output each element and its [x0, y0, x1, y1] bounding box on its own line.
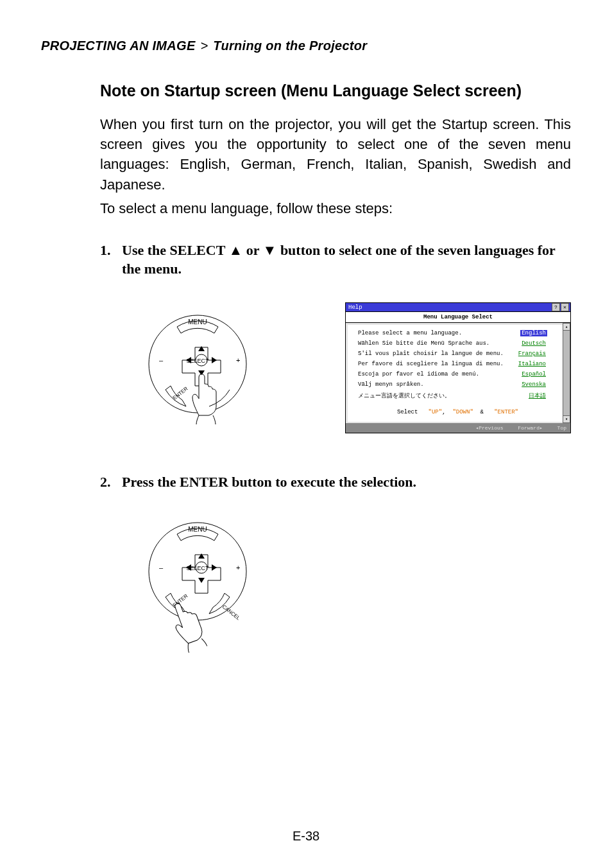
- lang-row-francais[interactable]: S'il vous plaît choisir la langue de men…: [358, 351, 557, 357]
- language-select-screen: Help ? ✕ Menu Language Select Please sel…: [345, 302, 571, 433]
- up-arrow-icon-2: [198, 553, 205, 559]
- instr-comma: ,: [442, 409, 445, 415]
- prompt-english: Please select a menu language.: [358, 330, 462, 336]
- lang-row-espanol[interactable]: Escoja por favor el idioma de menú. Espa…: [358, 371, 557, 378]
- instruction-line: Select "UP", "DOWN" & "ENTER": [358, 404, 557, 418]
- instr-select: Select: [397, 409, 418, 415]
- screen-footer: ◂Previous Forward▸ Top: [346, 423, 570, 433]
- titlebar: Help ? ✕: [346, 303, 570, 311]
- up-arrow-icon: [198, 346, 205, 351]
- breadcrumb-separator: >: [199, 39, 209, 53]
- titlebar-buttons: ? ✕: [552, 303, 569, 311]
- scroll-down-button[interactable]: ▾: [563, 415, 570, 423]
- prompt-japanese: メニュー言語を選択してください。: [358, 392, 450, 400]
- prompt-italiano: Per favore di scegliere la lingua di men…: [358, 361, 504, 367]
- menu-label: MENU: [188, 318, 207, 326]
- down-arrow-icon-2: [198, 578, 205, 583]
- lang-francais: Français: [518, 351, 557, 357]
- lang-japanese: 日本語: [529, 392, 557, 400]
- right-arrow-icon-2: [212, 564, 217, 571]
- intro-paragraph: When you first turn on the projector, yo…: [100, 114, 571, 195]
- menu-label-2: MENU: [188, 526, 207, 533]
- minus-label: –: [159, 356, 164, 364]
- lang-row-deutsch[interactable]: Wählen Sie bitte die Menü Sprache aus. D…: [358, 340, 557, 347]
- instr-amp: &: [480, 409, 484, 415]
- lang-english: English: [520, 330, 547, 336]
- titlebar-label: Help: [347, 304, 362, 311]
- step-1: 1. Use the SELECT ▲ or ▼ button to selec…: [100, 241, 571, 278]
- controller-diagram-1: MENU SELECT – + ENTER: [145, 302, 250, 444]
- lang-row-italiano[interactable]: Per favore di scegliere la lingua di men…: [358, 361, 557, 367]
- lang-deutsch: Deutsch: [522, 340, 557, 347]
- prompt-espanol: Escoja por favor el idioma de menú.: [358, 371, 479, 378]
- svg-point-2: [149, 523, 246, 620]
- breadcrumb: PROJECTING AN IMAGE > Turning on the Pro…: [41, 39, 571, 53]
- page-number: E-38: [0, 829, 612, 844]
- content: Note on Startup screen (Menu Language Se…: [41, 82, 571, 664]
- page: PROJECTING AN IMAGE > Turning on the Pro…: [0, 0, 612, 868]
- step-1-text: Use the SELECT ▲ or ▼ button to select o…: [122, 241, 571, 278]
- close-button[interactable]: ✕: [561, 303, 569, 311]
- controller-diagram-2: MENU SELECT – + ENTER CANCEL: [145, 516, 250, 664]
- step-1-number: 1.: [100, 241, 122, 278]
- prompt-francais: S'il vous plaît choisir la langue de men…: [358, 351, 504, 357]
- breadcrumb-section: PROJECTING AN IMAGE: [41, 39, 196, 53]
- lang-espanol: Español: [522, 371, 557, 378]
- lang-italiano: Italiano: [518, 361, 557, 367]
- figure-row-1: MENU SELECT – + ENTER: [100, 302, 571, 444]
- screen-subtitle: Menu Language Select: [346, 311, 570, 323]
- steps-lead: To select a menu language, follow these …: [100, 198, 571, 218]
- footer-previous[interactable]: ◂Previous: [475, 425, 503, 431]
- plus-label: +: [236, 356, 240, 364]
- breadcrumb-sub: Turning on the Projector: [213, 39, 367, 53]
- hand-icon: [192, 374, 216, 424]
- language-list: Please select a menu language. English W…: [348, 325, 563, 422]
- step-2-text: Press the ENTER button to execute the se…: [122, 473, 571, 492]
- lang-row-svenska[interactable]: Välj menyn språken. Svenska: [358, 381, 557, 388]
- lang-row-english[interactable]: Please select a menu language. English: [358, 330, 557, 336]
- step-2-number: 2.: [100, 473, 122, 492]
- section-title: Note on Startup screen (Menu Language Se…: [100, 82, 571, 100]
- lang-svenska: Svenska: [522, 381, 557, 388]
- figure-row-2: MENU SELECT – + ENTER CANCEL: [100, 516, 571, 664]
- right-arrow-icon: [212, 357, 217, 363]
- prompt-deutsch: Wählen Sie bitte die Menü Sprache aus.: [358, 340, 489, 347]
- prompt-svenska: Välj menyn språken.: [358, 381, 424, 388]
- lang-row-japanese[interactable]: メニュー言語を選択してください。 日本語: [358, 392, 557, 400]
- scroll-track[interactable]: [563, 331, 570, 415]
- step-2: 2. Press the ENTER button to execute the…: [100, 473, 571, 492]
- footer-forward[interactable]: Forward▸: [518, 425, 542, 431]
- help-button[interactable]: ?: [552, 303, 560, 311]
- plus-label-2: +: [236, 564, 240, 571]
- instr-enter: "ENTER": [494, 409, 518, 415]
- instr-up: "UP": [429, 409, 443, 415]
- instr-down: "DOWN": [452, 409, 473, 415]
- scrollbar[interactable]: ▴ ▾: [563, 323, 570, 423]
- scroll-up-button[interactable]: ▴: [563, 323, 570, 331]
- minus-label-2: –: [159, 564, 164, 571]
- footer-top[interactable]: Top: [557, 425, 566, 431]
